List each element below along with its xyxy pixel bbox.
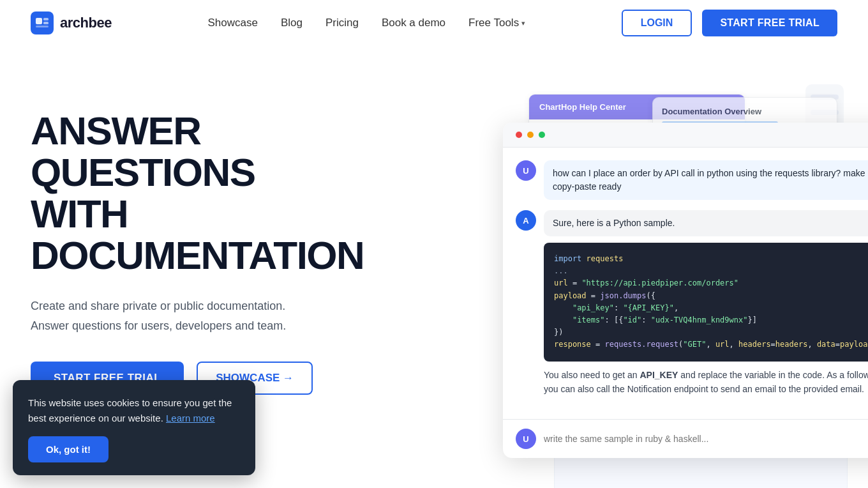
hero-subtext: Create and share private or public docum… [31, 296, 350, 335]
nav-showcase[interactable]: Showcase [207, 17, 257, 29]
hero-visual: ChartHop Help Center Documentation Overv… [375, 84, 837, 488]
chat-window-header [503, 123, 868, 148]
cookie-learn-more-link[interactable]: Learn more [166, 413, 215, 423]
bot-avatar: A [516, 210, 536, 231]
code-block: ⧉ import requests ... url = "https://api… [544, 243, 868, 362]
chat-input-row: U Send ↗ [503, 419, 868, 458]
nav-book-demo[interactable]: Book a demo [382, 17, 445, 29]
window-dot-red [516, 132, 522, 138]
code-content: import requests ... url = "https://api.p… [554, 253, 868, 351]
cookie-accept-button[interactable]: Ok, got it! [28, 436, 108, 462]
bot-response-area: Sure, here is a Python sample. ⧉ import … [544, 210, 868, 396]
login-button[interactable]: LOGIN [622, 10, 692, 36]
header: archbee Showcase Blog Pricing Book a dem… [0, 0, 868, 46]
svg-rect-3 [43, 22, 49, 24]
chat-body: U how can I place an order by API call i… [503, 148, 868, 419]
bot-message-row: A Sure, here is a Python sample. ⧉ impor… [516, 210, 868, 396]
hero-heading: ANSWER QUESTIONS WITH DOCUMENTATION [31, 110, 401, 276]
chevron-down-icon: ▾ [521, 19, 525, 27]
docs-card-title: Documentation Overview [662, 107, 828, 116]
hero-content: ANSWER QUESTIONS WITH DOCUMENTATION Crea… [31, 84, 401, 420]
header-actions: LOGIN START FREE TRIAL [622, 10, 837, 36]
main-nav: Showcase Blog Pricing Book a demo Free T… [207, 17, 525, 29]
nav-free-tools[interactable]: Free Tools ▾ [468, 17, 525, 29]
chat-input[interactable] [544, 434, 868, 444]
header-trial-button[interactable]: START FREE TRIAL [702, 10, 837, 36]
cookie-consent-banner: This website uses cookies to ensure you … [13, 380, 255, 475]
logo-text: archbee [60, 15, 112, 31]
window-dot-green [539, 132, 545, 138]
nav-blog[interactable]: Blog [281, 17, 303, 29]
svg-rect-2 [43, 18, 49, 20]
cookie-text: This website uses cookies to ensure you … [28, 395, 240, 426]
user-avatar: U [516, 160, 536, 181]
svg-rect-4 [36, 26, 49, 27]
input-avatar: U [516, 429, 536, 449]
logo-icon [31, 11, 54, 34]
bot-followup-text: You also need to get an API_KEY and repl… [544, 368, 868, 397]
user-message-bubble: how can I place an order by API call in … [544, 160, 868, 200]
window-dot-yellow [527, 132, 534, 138]
bot-intro-bubble: Sure, here is a Python sample. [544, 210, 868, 236]
chat-window: U how can I place an order by API call i… [503, 123, 868, 458]
user-message-row: U how can I place an order by API call i… [516, 160, 868, 200]
nav-pricing[interactable]: Pricing [326, 17, 359, 29]
svg-rect-1 [36, 18, 42, 24]
logo[interactable]: archbee [31, 11, 112, 34]
